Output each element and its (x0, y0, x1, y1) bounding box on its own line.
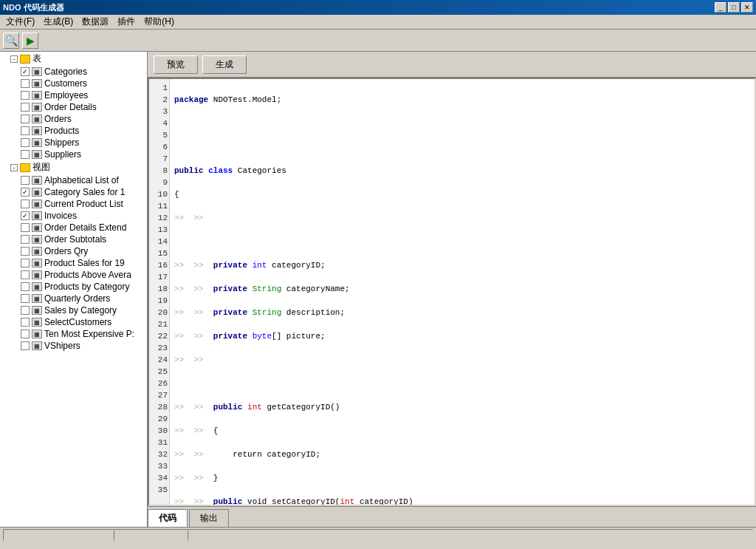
code-line-11: >> >> private byte[] picture; (174, 330, 750, 342)
title-bar: NDO 代码生成器 _ □ ✕ (0, 0, 756, 15)
tree-item-quarterlyorders[interactable]: ▦ Quarterly Orders (0, 293, 147, 304)
label-orders: Orders (44, 114, 72, 124)
tree-item-tenmost[interactable]: ▦ Ten Most Expensive P: (0, 328, 147, 340)
table-icon-selectcustomers: ▦ (32, 318, 42, 327)
close-button[interactable]: ✕ (741, 2, 753, 13)
table-icon-catsales: ▦ (32, 188, 42, 197)
tree-item-shippers[interactable]: ▦ Shippers (0, 137, 147, 149)
tree-item-selectcustomers[interactable]: ▦ SelectCustomers (0, 316, 147, 328)
search-icon: 🔍 (5, 35, 18, 47)
search-button[interactable]: 🔍 (3, 33, 19, 49)
main-layout: - 表 ✓ ▦ Categories ▦ Customers ▦ Employe… (0, 52, 756, 527)
checkbox-vshipers[interactable] (21, 341, 30, 350)
tree-item-ordersubtotals[interactable]: ▦ Order Subtotals (0, 233, 147, 245)
window-controls: _ □ ✕ (715, 2, 753, 13)
checkbox-alphalist[interactable] (21, 176, 30, 185)
menu-file[interactable]: 文件(F) (1, 14, 39, 30)
tree-item-prodsbycat[interactable]: ▦ Products by Category (0, 281, 147, 293)
run-button[interactable]: ▶ (22, 33, 38, 49)
table-icon-prodsales: ▦ (32, 259, 42, 267)
menu-plugin[interactable]: 插件 (113, 14, 140, 30)
tree-item-orders[interactable]: ▦ Orders (0, 113, 147, 125)
left-panel: - 表 ✓ ▦ Categories ▦ Customers ▦ Employe… (0, 52, 148, 527)
tree-item-invoices[interactable]: ✓ ▦ Invoices (0, 210, 147, 222)
label-catsales: Category Sales for 1 (44, 187, 125, 197)
checkbox-selectcustomers[interactable] (21, 318, 30, 327)
tree-item-categories[interactable]: ✓ ▦ Categories (0, 66, 147, 78)
label-invoices: Invoices (44, 211, 77, 221)
label-prodsales: Product Sales for 19 (44, 258, 125, 268)
tree-item-orderdetailext[interactable]: ▦ Order Details Extend (0, 222, 147, 233)
checkbox-quarterlyorders[interactable] (21, 294, 30, 303)
label-salesbycat: Sales by Category (44, 305, 117, 316)
tree-item-alphalist[interactable]: ▦ Alphabetical List of (0, 174, 147, 186)
checkbox-tenmost[interactable] (21, 330, 30, 338)
tree-root-tables[interactable]: - 表 (0, 52, 147, 66)
label-suppliers: Suppliers (44, 149, 81, 160)
tree-root-views[interactable]: - 视图 (0, 160, 147, 174)
table-icon-prodsbycat: ▦ (32, 282, 42, 291)
tab-code[interactable]: 代码 (148, 509, 188, 527)
tree-item-vshipers[interactable]: ▦ VShipers (0, 340, 147, 352)
checkbox-shippers[interactable] (21, 138, 30, 147)
label-categories: Categories (44, 67, 87, 77)
checkbox-prodsbycat[interactable] (21, 282, 30, 291)
checkbox-prodsabove[interactable] (21, 270, 30, 279)
checkbox-categories[interactable]: ✓ (21, 67, 30, 76)
label-ordersubtotals: Order Subtotals (44, 234, 106, 245)
menu-help[interactable]: 帮助(H) (140, 14, 179, 30)
tree-item-employees[interactable]: ▦ Employees (0, 89, 147, 101)
checkbox-products[interactable] (21, 126, 30, 135)
tree-item-suppliers[interactable]: ▦ Suppliers (0, 149, 147, 160)
table-icon-products: ▦ (32, 126, 42, 135)
checkbox-customers[interactable] (21, 79, 30, 88)
table-icon-ordersqry: ▦ (32, 247, 42, 256)
checkbox-invoices[interactable]: ✓ (21, 211, 30, 220)
checkbox-ordersubtotals[interactable] (21, 235, 30, 244)
checkbox-employees[interactable] (21, 91, 30, 100)
tree-item-currprod[interactable]: ▦ Current Product List (0, 198, 147, 210)
checkbox-orderdetailext[interactable] (21, 223, 30, 232)
tree-item-prodsabove[interactable]: ▦ Products Above Avera (0, 269, 147, 281)
checkbox-suppliers[interactable] (21, 150, 30, 159)
tree-item-catsales[interactable]: ✓ ▦ Category Sales for 1 (0, 186, 147, 198)
checkbox-prodsales[interactable] (21, 259, 30, 267)
tree-item-ordersqry[interactable]: ▦ Orders Qry (0, 245, 147, 257)
maximize-button[interactable]: □ (728, 2, 740, 13)
code-editor[interactable]: package NDOTest.Model; public class Cate… (170, 79, 755, 505)
checkbox-salesbycat[interactable] (21, 306, 30, 315)
expand-icon-tables: - (10, 55, 18, 63)
tab-output[interactable]: 输出 (189, 509, 229, 527)
tree-item-prodsales[interactable]: ▦ Product Sales for 19 (0, 257, 147, 269)
code-line-1: package NDOTest.Model; (174, 94, 750, 106)
menu-datasource[interactable]: 数据源 (78, 14, 113, 30)
line-num-block: 1234567891011121314151617181920212223242… (151, 82, 168, 496)
tables-label: 表 (32, 52, 41, 65)
checkbox-currprod[interactable] (21, 200, 30, 208)
code-line-18: >> >> public void setCategoryID(int cate… (174, 496, 750, 505)
generate-button[interactable]: 生成 (202, 55, 247, 74)
code-line-8: >> >> private int categoryID; (174, 259, 750, 271)
status-bar (0, 527, 756, 542)
tree-item-customers[interactable]: ▦ Customers (0, 78, 147, 89)
tree-item-products[interactable]: ▦ Products (0, 125, 147, 137)
code-line-12: >> >> (174, 354, 750, 366)
label-customers: Customers (44, 78, 87, 89)
table-icon-suppliers: ▦ (32, 150, 42, 159)
checkbox-orderdetails[interactable] (21, 103, 30, 112)
tree-item-salesbycat[interactable]: ▦ Sales by Category (0, 304, 147, 316)
tables-folder-icon (20, 55, 30, 64)
line-numbers: 1234567891011121314151617181920212223242… (149, 79, 170, 505)
label-prodsabove: Products Above Avera (44, 270, 131, 280)
table-icon-customers: ▦ (32, 79, 42, 88)
table-icon-salesbycat: ▦ (32, 306, 42, 315)
checkbox-ordersqry[interactable] (21, 247, 30, 256)
minimize-button[interactable]: _ (715, 2, 726, 13)
checkbox-catsales[interactable]: ✓ (21, 188, 30, 197)
status-segment-2 (114, 529, 188, 541)
table-icon-quarterlyorders: ▦ (32, 294, 42, 303)
checkbox-orders[interactable] (21, 115, 30, 123)
tree-item-orderdetails[interactable]: ▦ Order Details (0, 101, 147, 113)
menu-generate[interactable]: 生成(B) (39, 14, 78, 30)
preview-button[interactable]: 预览 (154, 55, 198, 74)
